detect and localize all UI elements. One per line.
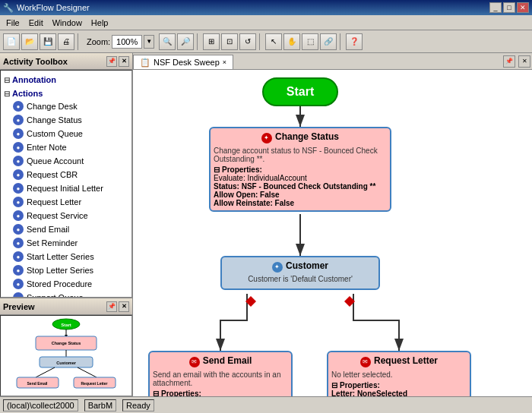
- tb-zoom-out[interactable]: 🔍: [159, 33, 176, 50]
- preview-close[interactable]: ✕: [119, 301, 129, 312]
- change-status-node-icon: ✦: [261, 133, 272, 143]
- change-status-props: ⊟ Properties: Evaluate: IndividualAccoun…: [214, 166, 387, 207]
- request-service-label: Request Service: [27, 211, 88, 220]
- request-letter-label: Request Letter: [27, 197, 81, 206]
- tb-zoom-in[interactable]: 🔎: [177, 33, 194, 50]
- maximize-button[interactable]: □: [503, 2, 515, 13]
- tb-link[interactable]: 🔗: [320, 33, 337, 50]
- node-start[interactable]: Start: [262, 77, 338, 106]
- customer-title: Customer: [286, 260, 328, 271]
- toolbox-item-stop-letter-series[interactable]: ● Stop Letter Series: [2, 263, 130, 277]
- toolbox-item-change-desk[interactable]: ● Change Desk: [2, 99, 130, 113]
- toolbox-item-request-cbr[interactable]: ● Request CBR: [2, 168, 130, 181]
- request-service-icon: ●: [13, 210, 24, 221]
- support-queue-icon: ●: [13, 292, 24, 298]
- toolbox-item-start-letter-series[interactable]: ● Start Letter Series: [2, 250, 130, 263]
- annotation-header[interactable]: ⊟ Annotation: [2, 74, 130, 86]
- canvas-tab-nsf[interactable]: 📋 NSF Desk Sweep ×: [133, 55, 233, 69]
- canvas-area: 📋 NSF Desk Sweep × 📌 ✕: [133, 53, 532, 396]
- toolbox-content: ⊟ Annotation ⊟ Actions ● Change Desk: [0, 70, 132, 298]
- preview-title: Preview: [3, 302, 35, 311]
- stored-procedure-icon: ●: [13, 279, 24, 289]
- canvas-tab-close[interactable]: ×: [223, 58, 226, 66]
- toolbox-item-set-reminder[interactable]: ● Set Reminder: [2, 236, 130, 250]
- menu-help[interactable]: Help: [87, 17, 113, 29]
- toolbox-item-custom-queue[interactable]: ● Custom Queue: [2, 127, 130, 140]
- title-bar-left: 🔧 WorkFlow Designer: [3, 3, 90, 13]
- toolbar-sep-3: [259, 33, 262, 50]
- menu-window[interactable]: Window: [48, 17, 87, 29]
- status-ready: Ready: [122, 399, 154, 411]
- request-cbr-icon: ●: [13, 169, 24, 180]
- zoom-input[interactable]: [112, 35, 142, 49]
- node-request-letter[interactable]: ✉ Request Letter No letter selected. ⊟ P…: [327, 351, 471, 396]
- change-status-label: Change Status: [27, 115, 82, 125]
- send-email-props: ⊟ Properties: Recipients: [Not Set] Subj…: [153, 389, 288, 396]
- toolbox-item-queue-account[interactable]: ● Queue Account: [2, 154, 130, 168]
- toolbox-close[interactable]: ✕: [119, 56, 129, 67]
- toolbar-sep-1: [78, 33, 81, 50]
- workflow-arrows: [133, 70, 532, 396]
- tb-fit[interactable]: ⊞: [203, 33, 220, 50]
- toolbox-item-change-status[interactable]: ● Change Status: [2, 113, 130, 127]
- request-letter-desc: No letter selected.: [331, 370, 467, 379]
- toolbox-pin[interactable]: 📌: [106, 56, 117, 67]
- svg-text:Request Letter: Request Letter: [81, 381, 107, 386]
- toolbar-sep-4: [340, 33, 343, 50]
- change-status-desc: Change account status to NSF - Bounced C…: [214, 147, 387, 163]
- node-customer[interactable]: ✦ Customer Customer is 'Default Customer…: [220, 256, 380, 290]
- change-desk-icon: ●: [13, 101, 24, 112]
- tb-open[interactable]: 📂: [21, 33, 38, 50]
- tb-help[interactable]: ❓: [346, 33, 363, 50]
- props-expand-icon: ⊟: [214, 166, 220, 174]
- preview-content: Start Change Status Customer: [0, 315, 132, 396]
- svg-text:Send Email: Send Email: [27, 381, 49, 386]
- menu-file[interactable]: File: [2, 17, 24, 29]
- canvas-tab-label: NSF Desk Sweep: [154, 58, 220, 67]
- canvas-content[interactable]: Start ✦ Change Status Change account sta…: [133, 70, 532, 396]
- cs-allow-reinstate: Allow Reinstate: False: [214, 199, 387, 207]
- toolbox-item-support-queue[interactable]: ● Support Queue: [2, 291, 130, 298]
- workflow-diagram: Start ✦ Change Status Change account sta…: [133, 70, 532, 396]
- toolbox-section-actions: ⊟ Actions ● Change Desk ● Change Status …: [2, 87, 130, 298]
- zoom-box: Zoom: ▼: [87, 35, 154, 49]
- tb-select[interactable]: ⬚: [302, 33, 318, 50]
- minimize-button[interactable]: _: [489, 2, 502, 13]
- change-desk-label: Change Desk: [27, 102, 78, 111]
- toolbox-item-send-email[interactable]: ● Send Email: [2, 222, 130, 236]
- svg-marker-18: [245, 296, 256, 307]
- toolbox-item-request-letter[interactable]: ● Request Letter: [2, 195, 130, 209]
- node-send-email[interactable]: ✉ Send Email Send an email with the acco…: [148, 351, 293, 396]
- toolbox-item-request-service[interactable]: ● Request Service: [2, 209, 130, 222]
- tb-refresh[interactable]: ↺: [239, 33, 256, 50]
- canvas-close-button[interactable]: ✕: [518, 55, 530, 68]
- status-ready-text: Ready: [126, 401, 150, 410]
- preview-header: Preview 📌 ✕: [0, 298, 132, 315]
- actions-header[interactable]: ⊟ Actions: [2, 87, 130, 99]
- node-change-status[interactable]: ✦ Change Status Change account status to…: [209, 127, 391, 212]
- close-button[interactable]: ✕: [517, 2, 529, 13]
- enter-note-icon: ●: [13, 142, 24, 153]
- request-letter-props: ⊟ Properties: Letter: NoneSelected: [331, 381, 467, 396]
- tb-save[interactable]: 💾: [40, 33, 56, 50]
- toolbox-item-enter-note[interactable]: ● Enter Note: [2, 140, 130, 154]
- rl-letter: Letter: NoneSelected: [331, 389, 467, 396]
- title-bar: 🔧 WorkFlow Designer _ □ ✕: [0, 0, 532, 15]
- customer-desc: Customer is 'Default Customer': [225, 275, 375, 283]
- tb-print[interactable]: 🖨: [58, 33, 74, 50]
- annotation-collapse-icon: ⊟: [4, 76, 10, 84]
- customer-node-icon: ✦: [272, 262, 283, 273]
- tb-expand[interactable]: ⊡: [221, 33, 238, 50]
- toolbox-item-request-initial-letter[interactable]: ● Request Initial Letter: [2, 181, 130, 195]
- tb-arrow[interactable]: ↖: [265, 33, 282, 50]
- toolbox-item-stored-procedure[interactable]: ● Stored Procedure: [2, 277, 130, 291]
- preview-pin[interactable]: 📌: [106, 301, 117, 312]
- tb-hand[interactable]: ✋: [283, 33, 300, 50]
- tb-new[interactable]: 📄: [3, 33, 20, 50]
- status-bar: (local)\collect2000 BarbM Ready: [0, 396, 532, 413]
- se-props-header: ⊟ Properties:: [153, 389, 288, 396]
- zoom-dropdown[interactable]: ▼: [144, 35, 154, 49]
- activity-toolbox: Activity Toolbox 📌 ✕ ⊟ Annotation: [0, 53, 132, 298]
- menu-edit[interactable]: Edit: [24, 17, 48, 29]
- canvas-pin-button[interactable]: 📌: [503, 55, 515, 68]
